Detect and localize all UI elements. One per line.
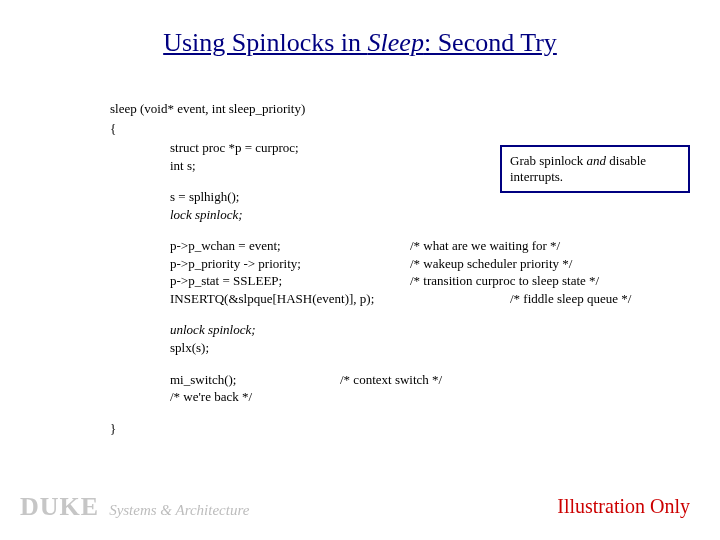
body3-code: p->p_stat = SSLEEP;: [170, 272, 410, 290]
slide-title: Using Spinlocks in Sleep: Second Try: [0, 0, 720, 68]
switch-line: mi_switch(); /* context switch */: [170, 371, 670, 389]
body2-comment: /* wakeup scheduler priority */: [410, 255, 572, 273]
lock-spinlock-line: lock spinlock;: [170, 206, 670, 224]
fn-signature: sleep (void* event, int sleep_priority): [110, 100, 670, 118]
body-line-1: p->p_wchan = event; /* what are we waiti…: [170, 237, 670, 255]
lock-block: s = splhigh(); lock spinlock;: [110, 188, 670, 223]
switch-code: mi_switch();: [170, 371, 340, 389]
body4-comment: /* fiddle sleep queue */: [510, 290, 631, 308]
systems-arch-text: Systems & Architecture: [109, 502, 249, 519]
title-suffix: : Second Try: [424, 28, 557, 57]
duke-logo-text: DUKE: [20, 492, 99, 522]
title-prefix: Using Spinlocks in: [163, 28, 367, 57]
illustration-only-label: Illustration Only: [557, 495, 690, 518]
unlock-block: unlock spinlock; splx(s);: [110, 321, 670, 356]
callout-pre: Grab spinlock: [510, 153, 587, 168]
body1-code: p->p_wchan = event;: [170, 237, 410, 255]
unlock-spinlock-line: unlock spinlock;: [170, 321, 670, 339]
switch-comment: /* context switch */: [340, 371, 442, 389]
splx-line: splx(s);: [170, 339, 670, 357]
body2-code: p->p_priority -> priority;: [170, 255, 410, 273]
brace-close: }: [110, 420, 670, 438]
body-line-2: p->p_priority -> priority; /* wakeup sch…: [170, 255, 670, 273]
switch-block: mi_switch(); /* context switch */ /* we'…: [110, 371, 670, 406]
body-line-3: p->p_stat = SSLEEP; /* transition curpro…: [170, 272, 670, 290]
body-line-4: INSERTQ(&slpque[HASH(event)], p); /* fid…: [170, 290, 670, 308]
body4-code: INSERTQ(&slpque[HASH(event)], p);: [170, 290, 510, 308]
body-block: p->p_wchan = event; /* what are we waiti…: [110, 237, 670, 307]
callout-and: and: [587, 153, 607, 168]
body1-comment: /* what are we waiting for */: [410, 237, 560, 255]
callout-box: Grab spinlock and disable interrupts.: [500, 145, 690, 193]
body3-comment: /* transition curproc to sleep state */: [410, 272, 599, 290]
brace-open: {: [110, 120, 670, 138]
back-comment: /* we're back */: [170, 388, 670, 406]
footer-left: DUKE Systems & Architecture: [20, 492, 249, 522]
title-em: Sleep: [368, 28, 424, 57]
